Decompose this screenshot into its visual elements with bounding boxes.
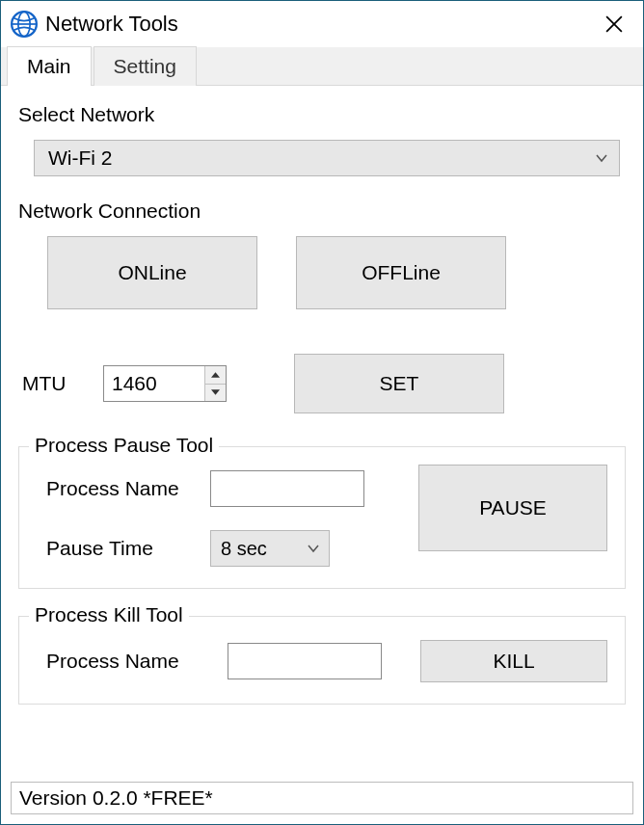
pause-time-select[interactable]: 8 sec: [210, 530, 330, 567]
kill-process-name-input[interactable]: [228, 643, 382, 679]
set-button[interactable]: SET: [294, 354, 504, 413]
mtu-spinner[interactable]: [103, 365, 227, 402]
tab-content-main: Select Network Wi-Fi 2 Network Connectio…: [1, 86, 643, 714]
kill-process-name-label: Process Name: [46, 650, 208, 673]
kill-button[interactable]: KILL: [420, 640, 607, 682]
svg-marker-5: [211, 372, 220, 377]
pause-time-value: 8 sec: [221, 538, 306, 560]
chevron-down-icon: [306, 541, 321, 556]
close-button[interactable]: [593, 3, 635, 45]
offline-button[interactable]: OFFLine: [296, 236, 506, 309]
svg-marker-6: [211, 390, 220, 395]
close-icon: [605, 15, 623, 33]
network-select-value: Wi-Fi 2: [48, 146, 594, 170]
mtu-step-down[interactable]: [205, 385, 226, 402]
titlebar: Network Tools: [1, 1, 643, 47]
pause-process-name-input[interactable]: [210, 470, 364, 507]
pause-process-name-label: Process Name: [46, 477, 210, 500]
mtu-step-up[interactable]: [205, 366, 226, 385]
window-title: Network Tools: [45, 12, 178, 37]
online-button[interactable]: ONLine: [47, 236, 257, 309]
pause-time-label: Pause Time: [46, 537, 210, 560]
status-bar: Version 0.2.0 *FREE*: [11, 782, 633, 814]
tab-strip: Main Setting: [1, 47, 643, 86]
pause-button[interactable]: PAUSE: [418, 465, 607, 551]
network-connection-label: Network Connection: [18, 200, 626, 223]
process-kill-group: Process Kill Tool Process Name KILL: [18, 616, 626, 705]
triangle-down-icon: [211, 389, 220, 395]
mtu-label: MTU: [22, 372, 103, 395]
app-icon: [11, 11, 38, 38]
network-select[interactable]: Wi-Fi 2: [34, 140, 620, 176]
select-network-label: Select Network: [18, 103, 626, 126]
process-pause-legend: Process Pause Tool: [29, 434, 219, 457]
tab-setting[interactable]: Setting: [94, 46, 197, 86]
mtu-input[interactable]: [104, 366, 204, 401]
chevron-down-icon: [594, 150, 609, 166]
triangle-up-icon: [211, 372, 220, 378]
process-kill-legend: Process Kill Tool: [29, 603, 189, 626]
tab-main[interactable]: Main: [7, 46, 92, 86]
process-pause-group: Process Pause Tool Process Name Pause Ti…: [18, 446, 626, 589]
